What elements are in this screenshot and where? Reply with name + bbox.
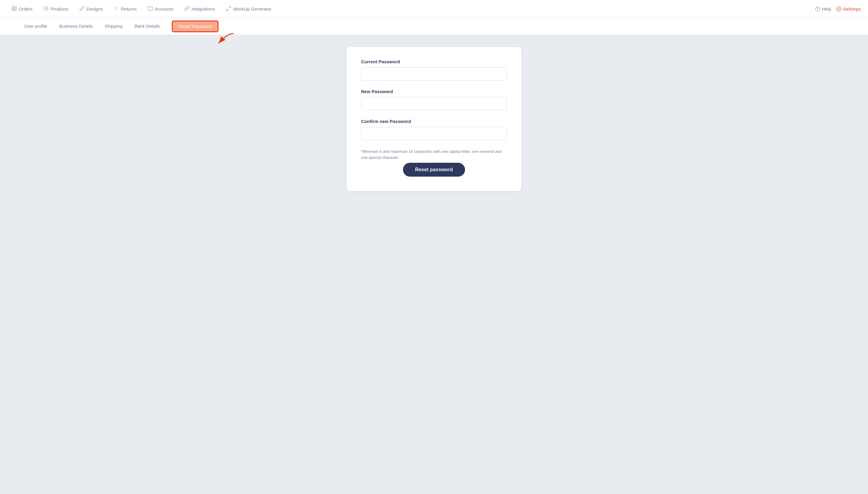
annotation-arrow-svg — [210, 32, 237, 49]
reset-password-form-card: Current Password New Password Confirm ne… — [347, 47, 521, 191]
designs-label: Designs — [86, 6, 103, 12]
reset-password-tab[interactable]: Reset Password — [172, 20, 218, 32]
nav-item-returns[interactable]: Returns — [110, 3, 141, 15]
svg-line-10 — [229, 6, 231, 8]
tab-business-details[interactable]: Business Details — [59, 18, 93, 35]
current-password-group: Current Password — [361, 59, 507, 80]
nav-item-products[interactable]: Products — [39, 3, 73, 15]
svg-point-12 — [815, 7, 820, 11]
top-navigation: Orders Products Designs — [0, 0, 868, 18]
svg-rect-0 — [12, 6, 16, 11]
nav-items: Orders Products Designs — [7, 3, 815, 15]
settings-label: Settings — [843, 6, 861, 12]
mockup-label: MockUp Generator — [233, 6, 272, 12]
settings-nav-item[interactable]: Settings — [836, 6, 861, 12]
tabs-bar: User profile Business Details Shipping B… — [0, 18, 868, 35]
current-password-input[interactable] — [361, 67, 507, 80]
mockup-icon — [226, 6, 231, 12]
help-icon — [815, 6, 821, 12]
confirm-password-group: Confirm new Password — [361, 119, 507, 140]
tab-bank-details[interactable]: Bank Details — [134, 18, 160, 35]
returns-icon — [114, 6, 119, 12]
products-icon — [43, 6, 49, 12]
svg-line-11 — [227, 9, 228, 10]
help-label: Help — [822, 6, 831, 12]
arrow-annotation — [210, 32, 237, 50]
returns-label: Returns — [121, 6, 137, 12]
nav-item-integrations[interactable]: Integrations — [180, 3, 219, 15]
settings-icon — [836, 6, 842, 12]
new-password-group: New Password — [361, 89, 507, 110]
nav-right: Help Settings — [815, 6, 861, 12]
nav-item-accounts[interactable]: Accounts — [143, 3, 178, 15]
reset-password-button[interactable]: Reset password — [403, 163, 465, 177]
orders-icon — [12, 6, 17, 12]
accounts-label: Accounts — [155, 6, 174, 12]
accounts-icon — [148, 6, 153, 12]
password-hint: *Minimum 5 and maximum 16 characters wit… — [361, 149, 507, 160]
help-nav-item[interactable]: Help — [815, 6, 831, 12]
tab-user-profile[interactable]: User profile — [24, 18, 47, 35]
new-password-input[interactable] — [361, 97, 507, 110]
new-password-label: New Password — [361, 89, 507, 94]
nav-item-mockup-generator[interactable]: MockUp Generator — [222, 3, 276, 15]
orders-label: Orders — [19, 6, 33, 12]
current-password-label: Current Password — [361, 59, 507, 64]
confirm-password-label: Confirm new Password — [361, 119, 507, 124]
svg-point-7 — [44, 7, 44, 7]
tab-reset-password-container: Reset Password — [172, 20, 218, 32]
products-label: Products — [51, 6, 69, 12]
svg-point-8 — [44, 8, 44, 9]
nav-item-orders[interactable]: Orders — [7, 3, 37, 15]
confirm-password-input[interactable] — [361, 127, 507, 140]
svg-point-9 — [44, 10, 44, 10]
svg-point-14 — [838, 8, 840, 10]
integrations-label: Integrations — [191, 6, 215, 12]
integrations-icon — [184, 6, 190, 12]
designs-icon — [79, 6, 85, 12]
nav-item-designs[interactable]: Designs — [75, 3, 107, 15]
tab-shipping[interactable]: Shipping — [105, 18, 122, 35]
main-content: Current Password New Password Confirm ne… — [0, 35, 868, 203]
